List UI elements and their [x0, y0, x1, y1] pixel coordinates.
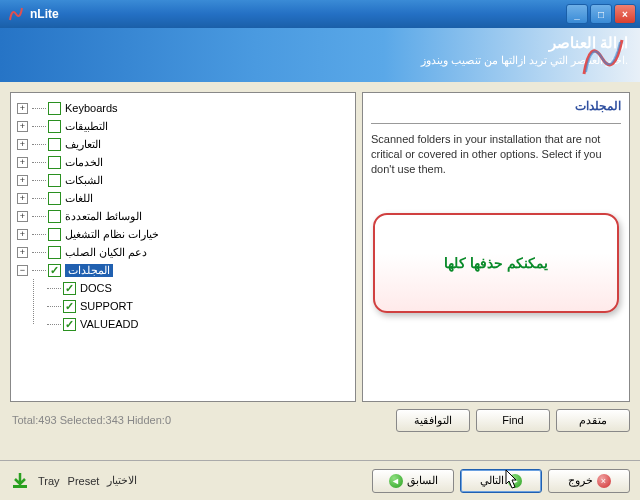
status-text: Total:493 Selected:343 Hidden:0: [10, 414, 390, 426]
tree-node-label: خيارات نظام التشغيل: [65, 228, 159, 241]
checkbox[interactable]: [48, 174, 61, 187]
next-label: التالي: [480, 474, 504, 487]
tree-node-label: Keyboards: [65, 102, 118, 114]
tree-child-node[interactable]: SUPPORT: [45, 297, 351, 315]
titlebar: nLite _ □ ×: [0, 0, 640, 28]
description-title: المجلدات: [371, 99, 621, 124]
tree-node-label: التعاريف: [65, 138, 101, 151]
tree-node-label: SUPPORT: [80, 300, 133, 312]
compatibility-button[interactable]: التوافقية: [396, 409, 470, 432]
checkbox[interactable]: [48, 192, 61, 205]
checkbox[interactable]: [48, 102, 61, 115]
checkbox[interactable]: [48, 156, 61, 169]
tree-node[interactable]: +الشبكات: [15, 171, 351, 189]
tray-icon[interactable]: [10, 471, 30, 491]
back-label: السابق: [407, 474, 438, 487]
preset-link[interactable]: Preset: [68, 475, 100, 487]
nlite-logo-icon: [576, 32, 628, 80]
tree-child-node[interactable]: VALUEADD: [45, 315, 351, 333]
app-logo-icon: [8, 6, 24, 22]
arrow-right-icon: ►: [508, 474, 522, 488]
expander-icon[interactable]: +: [17, 157, 28, 168]
tree-node[interactable]: −المجلدات: [15, 261, 351, 279]
description-text: Scanned folders in your installation tha…: [371, 132, 621, 177]
svg-rect-0: [13, 485, 27, 488]
expander-icon[interactable]: +: [17, 175, 28, 186]
checkbox[interactable]: [48, 246, 61, 259]
tree-node-label: DOCS: [80, 282, 112, 294]
advanced-button[interactable]: متقدم: [556, 409, 630, 432]
tree-node[interactable]: +اللغات: [15, 189, 351, 207]
expander-icon[interactable]: +: [17, 121, 28, 132]
checkbox[interactable]: [48, 138, 61, 151]
tree-node[interactable]: +التعاريف: [15, 135, 351, 153]
expander-icon[interactable]: +: [17, 139, 28, 150]
component-tree[interactable]: +Keyboards+التطبيقات+التعاريف+الخدمات+ال…: [10, 92, 356, 402]
footer: Tray Preset الاختيار ◄ السابق التالي ► خ…: [0, 460, 640, 500]
close-button[interactable]: ×: [614, 4, 636, 24]
checkbox[interactable]: [63, 282, 76, 295]
find-button[interactable]: Find: [476, 409, 550, 432]
tree-node[interactable]: +الوسائط المتعددة: [15, 207, 351, 225]
expander-icon[interactable]: +: [17, 103, 28, 114]
checkbox[interactable]: [63, 300, 76, 313]
description-panel: المجلدات Scanned folders in your install…: [362, 92, 630, 402]
tree-node[interactable]: +الخدمات: [15, 153, 351, 171]
tree-node-label: المجلدات: [65, 264, 113, 277]
window-title: nLite: [28, 7, 564, 21]
checkbox[interactable]: [48, 228, 61, 241]
tree-node-label: دعم الكيان الصلب: [65, 246, 147, 259]
maximize-button[interactable]: □: [590, 4, 612, 24]
minimize-button[interactable]: _: [566, 4, 588, 24]
exit-label: خروج: [568, 474, 593, 487]
tree-node-label: الوسائط المتعددة: [65, 210, 142, 223]
expander-icon[interactable]: −: [17, 265, 28, 276]
checkbox[interactable]: [48, 120, 61, 133]
tree-node-label: اللغات: [65, 192, 93, 205]
tree-node-label: التطبيقات: [65, 120, 108, 133]
page-header: ازالة العناصر .اختر العناصر التي تريد از…: [0, 28, 640, 82]
header-subtitle: .اختر العناصر التي تريد ازالتها من تنصيب…: [12, 54, 628, 67]
status-row: Total:493 Selected:343 Hidden:0 التوافقي…: [10, 408, 630, 432]
annotation-callout: يمكنكم حذفها كلها: [373, 213, 619, 313]
expander-icon[interactable]: +: [17, 229, 28, 240]
tray-link[interactable]: Tray: [38, 475, 60, 487]
content-area: +Keyboards+التطبيقات+التعاريف+الخدمات+ال…: [0, 82, 640, 460]
tree-node-label: VALUEADD: [80, 318, 138, 330]
expander-icon[interactable]: +: [17, 193, 28, 204]
arrow-left-icon: ◄: [389, 474, 403, 488]
back-button[interactable]: ◄ السابق: [372, 469, 454, 493]
checkbox[interactable]: [48, 264, 61, 277]
choice-link[interactable]: الاختيار: [107, 474, 137, 487]
tree-node[interactable]: +التطبيقات: [15, 117, 351, 135]
tree-node[interactable]: +دعم الكيان الصلب: [15, 243, 351, 261]
exit-icon: ×: [597, 474, 611, 488]
checkbox[interactable]: [48, 210, 61, 223]
tree-node[interactable]: +Keyboards: [15, 99, 351, 117]
tree-node-label: الخدمات: [65, 156, 103, 169]
expander-icon[interactable]: +: [17, 211, 28, 222]
checkbox[interactable]: [63, 318, 76, 331]
header-title: ازالة العناصر: [12, 34, 628, 52]
tree-child-node[interactable]: DOCS: [45, 279, 351, 297]
tree-node[interactable]: +خيارات نظام التشغيل: [15, 225, 351, 243]
next-button[interactable]: التالي ►: [460, 469, 542, 493]
tree-node-label: الشبكات: [65, 174, 103, 187]
expander-icon[interactable]: +: [17, 247, 28, 258]
annotation-text: يمكنكم حذفها كلها: [444, 255, 548, 271]
exit-button[interactable]: خروج ×: [548, 469, 630, 493]
